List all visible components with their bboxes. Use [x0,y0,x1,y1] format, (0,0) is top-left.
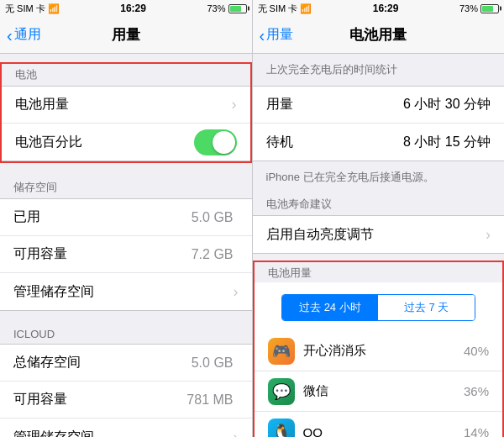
status-bar-left: 无 SIM 卡 📶 16:29 73% [0,0,252,17]
app-icon-1: 💬 [268,378,295,405]
battery-usage-arrow: › [232,96,237,113]
icloud-manage-arrow: › [234,429,239,438]
storage-section-body: 已用 5.0 GB 可用容量 7.2 GB 管理储存空间 › [0,198,252,311]
time-rows-section: 用量 6 小时 30 分钟 待机 8 小时 15 分钟 [253,86,505,161]
battery-section: 电池 电池用量 › 电池百分比 [0,62,252,163]
usage-section-body: 过去 24 小时 过去 7 天 🎮 开心消消乐 40% 💬 微信 [255,282,503,437]
icloud-header: ICLOUD [0,324,252,344]
battery-percent-left: 73% [207,3,225,13]
standby-time-row: 待机 8 小时 15 分钟 [253,124,505,161]
storage-available-label: 可用容量 [13,245,192,263]
usage-time-row: 用量 6 小时 30 分钟 [253,87,505,124]
tab-control: 过去 24 小时 过去 7 天 [281,294,476,321]
storage-manage-label: 管理储存空间 [13,283,234,301]
status-right-right: 73% [459,3,499,13]
tab-7d-label: 过去 7 天 [404,301,449,313]
left-content: 电池 电池用量 › 电池百分比 储存空间 [0,54,252,437]
icloud-available-row: 可用容量 781 MB [0,382,252,419]
battery-percent-toggle[interactable] [194,129,237,155]
usage-section-header: 电池用量 [255,262,503,282]
app-icon-0: 🎮 [268,338,295,365]
brightness-label: 启用自动亮度调节 [266,226,486,244]
time-right: 16:29 [373,3,399,14]
battery-highlight-box: 电池 电池用量 › 电池百分比 [0,62,252,163]
status-right-left: 73% [207,3,246,13]
standby-time-value: 8 小时 15 分钟 [403,134,491,151]
battery-usage-highlight: 电池用量 过去 24 小时 过去 7 天 🎮 开心 [253,261,505,437]
battery-usage-row[interactable]: 电池用量 › [2,87,250,124]
icloud-manage-row[interactable]: 管理储存空间 › [0,419,252,437]
icloud-total-row: 总储存空间 5.0 GB [0,345,252,382]
brightness-arrow: › [486,226,491,244]
nav-bar-right: ‹ 用量 电池用量 [253,17,505,54]
nav-title-right: 电池用量 [349,25,407,45]
storage-manage-arrow: › [234,283,239,301]
standby-time-label: 待机 [266,134,403,151]
app-name-0: 开心消消乐 [303,343,464,359]
storage-section: 储存空间 已用 5.0 GB 可用容量 7.2 GB 管理储存空间 › [0,176,252,311]
life-suggestion-header: 电池寿命建议 [253,193,505,215]
battery-header: 电池 [2,64,250,86]
status-bar-right: 无 SIM 卡 📶 16:29 73% [253,0,505,17]
icloud-available-value: 781 MB [186,392,233,408]
app-icon-2: 🐧 [268,419,295,437]
app-percent-2: 14% [464,425,489,437]
carrier-right: 无 SIM 卡 [258,3,298,15]
battery-usage-label: 电池用量 [15,96,232,113]
left-panel: 无 SIM 卡 📶 16:29 73% ‹ 通用 用量 电池 电池用量 [0,0,252,437]
icloud-available-label: 可用容量 [13,391,186,408]
icloud-total-value: 5.0 GB [192,355,234,371]
app-percent-0: 40% [464,344,489,358]
nav-title-left: 用量 [112,25,140,45]
tab-24h-label: 过去 24 小时 [299,301,361,313]
time-left: 16:29 [120,3,146,14]
status-left: 无 SIM 卡 📶 [5,3,60,15]
app-name-1: 微信 [303,383,464,399]
icloud-total-label: 总储存空间 [13,354,192,371]
back-button-left[interactable]: ‹ 通用 [7,26,41,44]
charging-note: iPhone 已在完全充电后接通电源。 [253,161,505,193]
right-panel: 无 SIM 卡 📶 16:29 73% ‹ 用量 电池用量 上次完全充电后的时间… [253,0,505,437]
back-label-left: 通用 [14,26,41,44]
toggle-knob [213,131,235,154]
tab-7d[interactable]: 过去 7 天 [378,295,475,320]
app-percent-1: 36% [464,384,489,398]
usage-time-label: 用量 [266,96,403,113]
battery-percent-label: 电池百分比 [15,134,194,151]
usage-time-value: 6 小时 30 分钟 [403,96,491,113]
app-row-0[interactable]: 🎮 开心消消乐 40% [255,331,503,371]
wifi-icon-right: 📶 [300,3,312,14]
app-name-2: QQ [303,425,464,437]
wifi-icon-left: 📶 [48,3,60,14]
right-content: 上次完全充电后的时间统计 用量 6 小时 30 分钟 待机 8 小时 15 分钟… [253,54,505,437]
back-arrow-left: ‹ [7,27,13,44]
back-arrow-right: ‹ [260,27,265,44]
brightness-section: 启用自动亮度调节 › [253,215,505,254]
storage-available-row: 可用容量 7.2 GB [0,236,252,273]
app-row-1[interactable]: 💬 微信 36% [255,371,503,412]
storage-used-label: 已用 [13,208,192,226]
status-left-right: 无 SIM 卡 📶 [258,3,312,15]
icloud-section: ICLOUD 总储存空间 5.0 GB 可用容量 781 MB 管理储存空间 › [0,324,252,437]
battery-icon-left [228,4,247,13]
battery-fill-left [230,6,241,12]
brightness-row[interactable]: 启用自动亮度调节 › [253,216,505,253]
battery-percent-right: 73% [459,3,478,13]
carrier-left: 无 SIM 卡 [5,3,45,15]
storage-header: 储存空间 [0,176,252,198]
nav-bar-left: ‹ 通用 用量 [0,17,252,54]
app-row-2[interactable]: 🐧 QQ 14% [255,412,503,437]
battery-icon-right [480,4,499,13]
battery-fill-right [482,6,493,12]
icloud-manage-label: 管理储存空间 [13,429,234,438]
tab-24h[interactable]: 过去 24 小时 [282,295,379,320]
back-button-right[interactable]: ‹ 用量 [260,26,294,44]
storage-available-value: 7.2 GB [192,247,234,262]
storage-manage-row[interactable]: 管理储存空间 › [0,273,252,310]
charge-stats-header: 上次完全充电后的时间统计 [253,54,505,86]
back-label-right: 用量 [266,26,293,44]
segmented-control-wrapper: 过去 24 小时 过去 7 天 [255,282,503,331]
storage-used-row: 已用 5.0 GB [0,199,252,236]
battery-percent-row[interactable]: 电池百分比 [2,124,250,161]
storage-used-value: 5.0 GB [192,210,234,225]
